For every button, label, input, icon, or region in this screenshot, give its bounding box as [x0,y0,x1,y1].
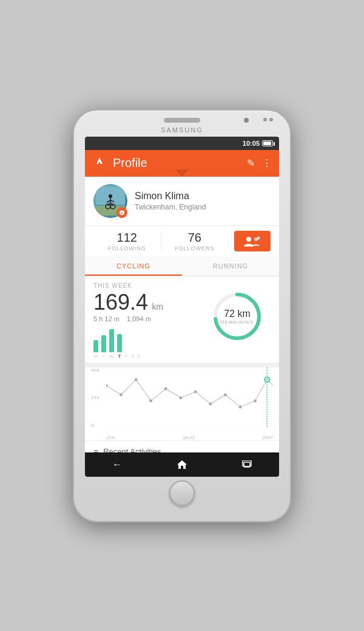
followers-label: FOLLOWERS [161,245,229,251]
sensor-1 [263,118,267,121]
bar-group-f4: F [125,353,128,359]
phone-frame: SAMSUNG 10:05 Profile ✎ ⋮ [73,109,291,522]
recents-icon [241,460,252,469]
front-camera [244,118,249,123]
stats-row: 112 FOLLOWING 76 FOLLOWERS [85,225,279,256]
weekly-main-row: 169.4 km 5 h 12 m 1,094 m MTWTFSS [93,292,271,359]
profile-name: Simon Klima [135,191,206,202]
elevation-value: 1,094 m [127,315,151,322]
svg-point-29 [194,390,197,393]
svg-point-14 [246,237,251,242]
svg-point-24 [120,393,123,396]
avatar-badge: ▲ [116,207,127,218]
bar-group-w2: W [109,329,114,359]
home-icon [177,459,187,470]
profile-section: ▲ Simon Klima Twickenham, England [85,177,279,225]
bar-1 [101,335,106,352]
svg-point-32 [239,405,242,408]
bar-label-3: T [118,353,121,359]
section-divider-1 [85,363,279,367]
tabs-row: CYCLING RUNNING [85,256,279,276]
nav-recents-button[interactable] [235,455,259,474]
svg-text:▲: ▲ [121,211,124,214]
svg-point-31 [224,393,227,396]
list-icon: ≡ [93,447,98,452]
weekly-left: 169.4 km 5 h 12 m 1,094 m MTWTFSS [93,292,204,359]
brand-label: SAMSUNG [161,126,203,134]
weekly-right: 72 km REMAINING [204,289,271,344]
chart-svg-wrap [106,367,273,428]
ring-text: 72 km REMAINING [221,308,254,324]
follow-icon [244,236,261,247]
followers-stat[interactable]: 76 FOLLOWERS [161,231,229,251]
bar-group-t3: T [117,334,122,359]
distance-details: 5 h 12 m 1,094 m [93,315,204,322]
battery-fill [263,142,271,145]
bar-group-t1: T [101,335,106,359]
status-bar: 10:05 [85,137,279,150]
line-chart-area: 488 244 0 [91,367,273,440]
tab-running[interactable]: RUNNING [182,256,279,276]
strava-logo-icon [92,156,107,171]
svg-point-28 [179,396,182,399]
profile-info: Simon Klima Twickenham, England [135,191,206,211]
time-value: 5 h 12 m [93,315,120,322]
follow-button[interactable] [234,231,271,251]
bar-0 [93,340,98,352]
remaining-label: REMAINING [221,319,254,324]
avatar-wrap: ▲ [93,184,127,218]
tab-cycling[interactable]: CYCLING [85,256,182,276]
sensor-2 [269,118,273,121]
bar-group-s6: S [137,353,140,359]
bar-chart: MTWTFSS [93,329,204,359]
phone-top-bar [79,118,285,123]
followers-count: 76 [161,231,229,245]
following-stat[interactable]: 112 FOLLOWING [93,231,161,251]
bar-group-s5: S [131,353,134,359]
bar-group-m0: M [93,340,98,359]
nav-bar: ← [85,452,279,477]
following-count: 112 [93,231,161,245]
chart-x-labels: |JUL |AUG |SEP [106,435,273,440]
phone-bottom [169,480,195,506]
y-label-max: 488 [91,367,99,373]
sensors [263,118,273,121]
app-bar: Profile ✎ ⋮ [85,150,279,177]
svg-point-27 [164,387,167,390]
bar-3 [117,334,122,352]
svg-point-33 [254,399,257,402]
line-chart-svg [106,367,273,428]
battery-icon [262,140,273,146]
recent-label: Recent Activities [103,447,161,452]
status-time: 10:05 [243,140,260,147]
remaining-km: 72 km [221,308,254,319]
svg-marker-0 [96,157,103,164]
dropdown-triangle [175,169,189,177]
x-label-jul: |JUL [106,435,116,440]
bar-2 [109,329,114,352]
home-button[interactable] [169,480,195,506]
bar-label-1: T [103,353,106,359]
distance-unit: km [152,302,164,312]
x-label-aug: |AUG [183,435,195,440]
nav-back-button[interactable]: ← [105,455,129,474]
edit-icon[interactable]: ✎ [247,157,255,169]
weekly-section: THIS WEEK 169.4 km 5 h 12 m 1,094 m [85,276,279,363]
bar-label-6: S [137,353,140,359]
app-bar-actions: ✎ ⋮ [247,157,272,169]
y-label-min: 0 [91,423,99,428]
distance-value: 169.4 [93,290,148,315]
svg-point-25 [135,378,138,381]
nav-home-button[interactable] [170,455,194,474]
chart-section: 488 244 0 [85,367,279,440]
svg-point-26 [149,399,152,402]
main-content: THIS WEEK 169.4 km 5 h 12 m 1,094 m [85,276,279,452]
more-icon[interactable]: ⋮ [262,157,272,169]
svg-point-37 [266,378,268,380]
bar-label-0: M [94,353,98,359]
profile-location: Twickenham, England [135,203,206,211]
shield-icon: ▲ [119,210,125,216]
svg-point-5 [109,194,112,198]
recent-activities[interactable]: ≡ Recent Activities [85,440,279,452]
app-title: Profile [113,156,247,170]
